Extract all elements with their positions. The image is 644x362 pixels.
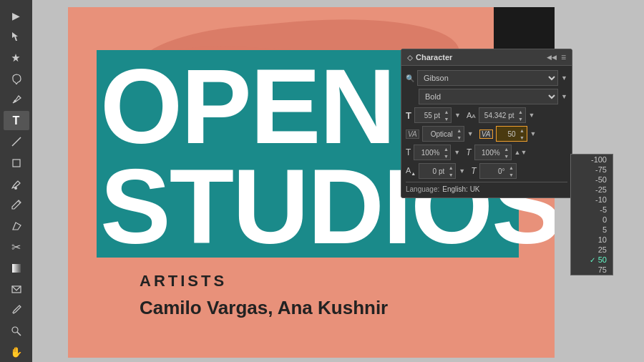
font-size-up-arrow[interactable]: ▲ (442, 108, 451, 115)
tracking-item-25[interactable]: 25 (571, 245, 613, 255)
eyedropper-tool[interactable] (4, 300, 29, 320)
tracking-value-75: 75 (598, 265, 607, 274)
font-family-select[interactable]: Gibson (417, 70, 558, 86)
font-search-icon: 🔍 (406, 74, 414, 82)
kerning-va-icon: VA (406, 129, 419, 139)
vscale-up-arrow[interactable]: ▲ (502, 145, 511, 152)
kerning-input[interactable]: Optical (423, 127, 455, 141)
font-size-arrows: ▲ ▼ (442, 108, 451, 122)
line-tool[interactable] (4, 132, 29, 151)
rotate-icon: T (471, 166, 476, 176)
tracking-item--10[interactable]: -10 (571, 195, 613, 205)
leading-arrows: ▲ ▼ (517, 108, 525, 122)
rotate-up-arrow[interactable]: ▲ (507, 164, 516, 171)
tracking-down-arrow[interactable]: ▼ (518, 134, 527, 141)
magic-wand-tool[interactable] (4, 48, 29, 67)
tracking-value--75: -75 (595, 165, 607, 174)
tracking-item-5[interactable]: 5 (571, 225, 613, 235)
eraser-tool[interactable] (4, 216, 29, 235)
baseline-input[interactable]: 0 pt (419, 164, 447, 178)
leading-down-arrow[interactable]: ▼ (517, 115, 525, 122)
chevron-font-size[interactable]: ▼ (454, 112, 461, 119)
zoom-tool[interactable] (4, 321, 29, 341)
font-size-spinbox: 55 pt ▲ ▼ (414, 107, 452, 123)
vscale-input[interactable] (475, 145, 502, 160)
chevron-baseline[interactable]: ▼ (459, 167, 465, 175)
leading-spinbox: 54.342 pt ▲ ▼ (479, 107, 526, 123)
tracking-spinbox: 50 ▲ ▼ (496, 126, 527, 142)
baseline-row: A▲ 0 pt ▲ ▼ ▼ T ▲ ▼ (406, 163, 567, 179)
font-style-chevron[interactable]: ▼ (561, 93, 567, 100)
paintbrush-tool[interactable] (4, 174, 29, 193)
tracking-item-75[interactable]: 75 (571, 265, 613, 275)
kerning-arrows: ▲ ▼ (455, 127, 464, 141)
shape-tool[interactable] (4, 153, 29, 172)
tracking-value--50: -50 (595, 175, 607, 184)
tracking-value-0: 0 (602, 215, 607, 224)
tracking-value--10: -10 (595, 195, 607, 204)
font-style-select[interactable]: Bold (419, 89, 558, 104)
svg-point-3 (14, 187, 17, 190)
tracking-item--5[interactable]: -5 (571, 205, 613, 215)
chevron-vscale[interactable]: ▲▼ (514, 149, 527, 156)
font-size-input[interactable]: 55 pt (415, 108, 442, 122)
hscale-up-arrow[interactable]: ▲ (441, 145, 450, 152)
chevron-hscale[interactable]: ▼ (454, 149, 460, 156)
tracking-item--50[interactable]: -50 (571, 175, 613, 185)
tracking-checkmark-50: ✓ (590, 256, 595, 264)
chevron-kerning[interactable]: ▼ (467, 130, 474, 137)
panel-diamond-icon: ◇ (407, 54, 413, 62)
panel-body: 🔍 Gibson ▼ Bold ▼ T 55 pt ▲ ▼ ▼ (401, 66, 572, 197)
vscale-down-arrow[interactable]: ▼ (502, 152, 511, 160)
type-tool[interactable]: T (4, 111, 29, 130)
kerning-down-arrow[interactable]: ▼ (455, 134, 464, 141)
font-size-icon: T (406, 110, 411, 121)
lasso-tool[interactable] (4, 69, 29, 88)
baseline-down-arrow[interactable]: ▼ (447, 171, 455, 178)
kerning-up-arrow[interactable]: ▲ (455, 127, 464, 134)
font-size-down-arrow[interactable]: ▼ (442, 115, 451, 122)
hand-tool[interactable]: ✋ (4, 343, 29, 362)
hscale-down-arrow[interactable]: ▼ (441, 152, 450, 160)
tracking-item--25[interactable]: -25 (571, 185, 613, 195)
tracking-item-0[interactable]: 0 (571, 215, 613, 225)
tracking-input[interactable]: 50 (497, 127, 518, 141)
hscale-input[interactable]: 100% (414, 145, 441, 160)
font-family-chevron[interactable]: ▼ (561, 74, 567, 82)
rotate-down-arrow[interactable]: ▼ (507, 171, 516, 178)
leading-icon: AA (467, 111, 476, 119)
chevron-leading[interactable]: ▼ (529, 112, 535, 119)
baseline-up-arrow[interactable]: ▲ (447, 164, 455, 171)
panel-header: ◇ Character ◀◀ ≡ (401, 49, 572, 66)
tracking-item--75[interactable]: -75 (571, 165, 613, 175)
select-tool[interactable]: ▶ (4, 6, 29, 25)
pencil-tool[interactable] (4, 195, 29, 215)
leading-up-arrow[interactable]: ▲ (517, 108, 525, 115)
pen-tool[interactable] (4, 90, 29, 109)
panel-title-area: ◇ Character (407, 53, 452, 62)
gradient-tool[interactable] (4, 258, 29, 278)
tracking-up-arrow[interactable]: ▲ (518, 127, 527, 134)
vscale-arrows: ▲ ▼ (502, 145, 511, 160)
panel-collapse-icon[interactable]: ◀◀ (547, 54, 557, 61)
vscale-spinbox: ▲ ▼ (474, 145, 512, 160)
panel-divider (406, 182, 567, 182)
leading-input[interactable]: 54.342 pt (479, 108, 517, 122)
chevron-tracking[interactable]: ▼ (530, 130, 537, 137)
rotate-input[interactable] (480, 164, 507, 178)
tracking-value--100: -100 (591, 155, 607, 164)
scissors-tool[interactable]: ✂ (4, 237, 29, 256)
direct-select-tool[interactable] (4, 26, 29, 46)
tracking-item--100[interactable]: -100 (571, 155, 613, 165)
tracking-item-50[interactable]: ✓ 50 (571, 255, 613, 265)
panel-menu-icon[interactable]: ≡ (561, 52, 566, 62)
envelope-tool[interactable] (4, 279, 29, 298)
language-value: English: UK (442, 185, 479, 193)
tracking-item-10[interactable]: 10 (571, 235, 613, 245)
sub-label: ARTISTS (140, 272, 227, 290)
rotate-arrows: ▲ ▼ (507, 164, 516, 178)
tracking-value-10: 10 (598, 235, 607, 244)
tracking-va-icon: VA (479, 129, 493, 139)
character-panel: ◇ Character ◀◀ ≡ 🔍 Gibson ▼ Bold ▼ T (401, 49, 572, 198)
baseline-icon: A▲ (406, 166, 416, 176)
